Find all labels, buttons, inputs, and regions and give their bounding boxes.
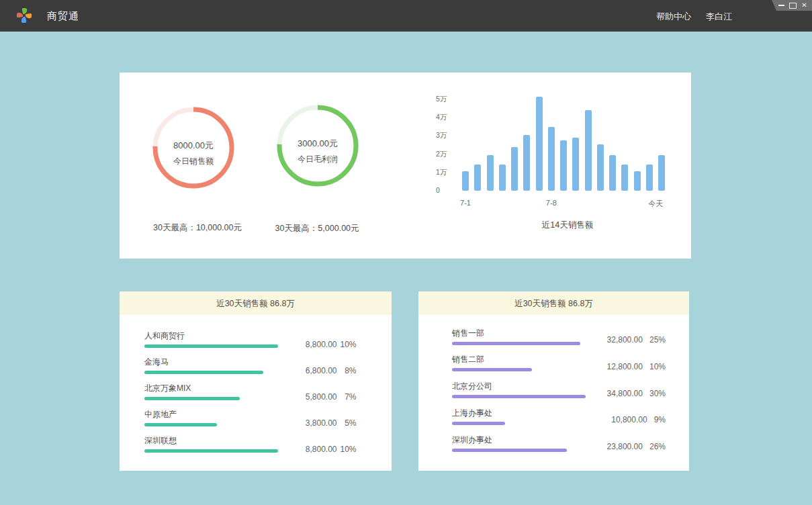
ranking-row-name: 销售二部 (452, 355, 484, 364)
ranking-row-percent: 5% (336, 418, 357, 428)
ranking-row-percent: 7% (336, 392, 357, 402)
ranking-row-amount: 6,800.00 (277, 366, 337, 375)
ranking-row-numbers: 10,800.009% (531, 415, 666, 424)
window-controls: ✕ (771, 0, 812, 11)
ranking-row-percent: 30% (649, 389, 666, 398)
y-tick-label: 1万 (436, 168, 456, 176)
ranking-row-percent: 9% (654, 415, 666, 424)
ranking-row-amount: 23,800.00 (607, 442, 643, 451)
x-tick-label: 今天 (635, 199, 676, 209)
daily-sales-bar (499, 165, 506, 191)
daily-sales-bar (658, 155, 665, 191)
daily-sales-bar (462, 171, 469, 191)
customer-ranking-card: 近30天销售额 86.8万 人和商贸行8,800.0010%金海马6,800.0… (120, 291, 392, 471)
maximize-icon[interactable] (787, 0, 799, 11)
y-tick-label: 5万 (436, 95, 456, 103)
ranking-row-bar (452, 422, 505, 425)
help-center-link[interactable]: 帮助中心 (656, 0, 691, 32)
ranking-row-amount: 8,800.00 (277, 445, 337, 454)
department-ranking-title: 近30天销售额 86.8万 (418, 291, 689, 315)
ranking-row-numbers: 23,800.0026% (531, 442, 666, 451)
user-menu[interactable]: 李白江 (706, 0, 732, 32)
daily-sales-bar (597, 144, 604, 191)
department-ranking-card: 近30天销售额 86.8万 销售一部32,800.0025%销售二部12,800… (418, 291, 689, 471)
ranking-row-numbers: 34,800.0030% (531, 389, 666, 398)
daily-sales-bar (523, 135, 530, 191)
x-tick-label: 7-8 (531, 199, 572, 207)
daily-sales-bar-chart: 01万2万3万4万5万 7-17-8今天 近14天销售额 (120, 73, 691, 259)
daily-sales-bar (560, 140, 567, 191)
ranking-row-bar (144, 449, 278, 453)
app-title: 商贸通 (47, 0, 79, 32)
close-icon[interactable]: ✕ (799, 0, 810, 11)
department-ranking-list: 销售一部32,800.0025%销售二部12,800.0010%北京分公司34,… (418, 315, 689, 471)
ranking-row-name: 金海马 (144, 357, 169, 367)
ranking-row-name: 北京分公司 (452, 381, 492, 391)
y-tick-label: 3万 (436, 131, 456, 139)
ranking-row-percent: 8% (336, 366, 357, 375)
daily-sales-bar (621, 165, 628, 191)
app-logo-pinwheel-icon (15, 6, 34, 25)
daily-sales-bar (585, 110, 592, 191)
daily-sales-bar (609, 155, 616, 191)
daily-sales-bar (548, 127, 555, 191)
ranking-row-percent: 26% (649, 442, 666, 451)
daily-sales-bar (474, 165, 481, 191)
customer-ranking-title: 近30天销售额 86.8万 (120, 291, 392, 315)
ranking-row-bar (452, 368, 532, 371)
ranking-row-amount: 34,800.00 (607, 389, 643, 398)
customer-ranking-list: 人和商贸行8,800.0010%金海马6,800.008%北京万象MIX5,80… (120, 315, 392, 471)
ranking-row-name: 北京万象MIX (144, 383, 191, 393)
y-tick-label: 4万 (436, 113, 456, 121)
ranking-row-name: 深圳联想 (144, 436, 177, 445)
y-tick-label: 2万 (436, 150, 456, 158)
x-tick-label: 7-1 (445, 199, 486, 207)
ranking-row-bar (144, 423, 217, 426)
ranking-row-percent: 10% (336, 445, 357, 454)
top-navbar: 商贸通 帮助中心 李白江 ✕ (0, 0, 812, 32)
ranking-row-amount: 10,800.00 (611, 415, 647, 424)
ranking-row-bar (144, 345, 278, 348)
ranking-row-amount: 5,800.00 (277, 392, 337, 402)
ranking-row-bar (144, 371, 263, 374)
minimize-icon[interactable] (776, 0, 787, 11)
ranking-row-percent: 10% (649, 362, 666, 371)
overview-card: 8000.00元 今日销售额 30天最高：10,000.00元 3000.00元… (120, 73, 691, 259)
bar-chart-title: 近14天销售额 (500, 220, 635, 231)
ranking-row-amount: 12,800.00 (607, 362, 643, 371)
daily-sales-bar (511, 147, 518, 191)
y-tick-label: 0 (436, 186, 456, 194)
ranking-row-name: 上海办事处 (452, 408, 492, 418)
ranking-row: 深圳联想8,800.0010% (120, 315, 392, 342)
ranking-row-name: 深圳办事处 (452, 435, 492, 445)
ranking-row-amount: 3,800.00 (277, 418, 337, 428)
daily-sales-bar (487, 155, 494, 191)
ranking-row-bar (144, 397, 240, 400)
ranking-row-name: 中原地产 (144, 410, 177, 419)
daily-sales-bar (634, 171, 641, 191)
daily-sales-bar (536, 97, 543, 191)
ranking-row-numbers: 12,800.0010% (531, 362, 666, 371)
daily-sales-bar (646, 165, 653, 191)
ranking-row: 深圳办事处23,800.0026% (418, 315, 689, 342)
daily-sales-bar (572, 138, 579, 191)
